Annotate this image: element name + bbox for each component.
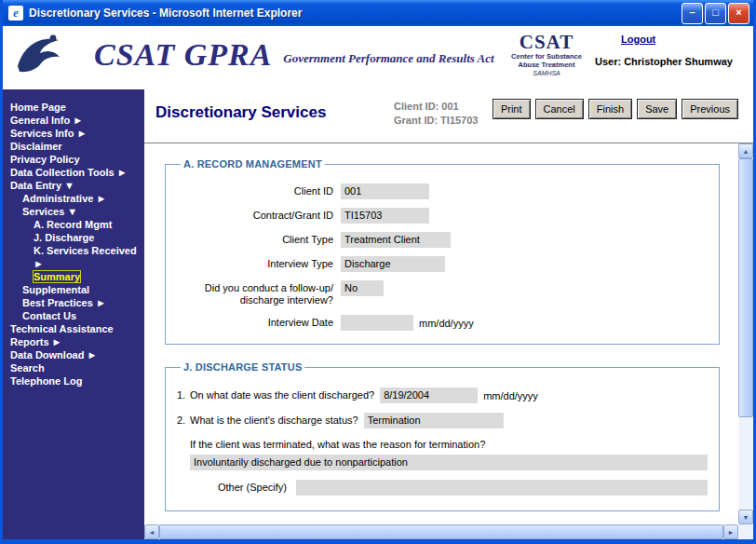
previous-button[interactable]: Previous — [682, 99, 738, 119]
sidebar-item-disclaimer[interactable]: Disclaimer — [3, 140, 144, 153]
sidebar-item-best-practices[interactable]: Best Practices ► — [3, 296, 144, 309]
sidebar-item-services[interactable]: Services ▼ — [3, 205, 144, 218]
sidebar-item-search[interactable]: Search — [3, 361, 144, 374]
sidebar-item-privacy-policy[interactable]: Privacy Policy — [3, 153, 144, 166]
app-header: CSAT GPRA Government Performance and Res… — [3, 26, 753, 90]
main-header: Discretionary Services Client ID: 001 Gr… — [144, 89, 753, 143]
action-button-row: Print Cancel Finish Save Previous — [493, 99, 738, 119]
sidebar-item-summary[interactable]: Summary — [3, 270, 144, 283]
sidebar-item-data-collection-tools[interactable]: Data Collection Tools ► — [3, 166, 144, 179]
section-j-discharge-status: J. DISCHARGE STATUS 1. On what date was … — [165, 361, 720, 511]
form-row: Did you conduct a follow-up/ discharge i… — [177, 280, 708, 306]
sidebar-nav: Home Page General Info ► Services Info ►… — [3, 89, 144, 539]
page-title: Discretionary Services — [155, 103, 326, 122]
q1-number: 1. — [177, 388, 190, 401]
followup-interview-field[interactable]: No — [341, 280, 384, 296]
form-row: Interview Type Discharge — [177, 256, 708, 272]
question-row: 2. What is the client's discharge status… — [177, 413, 708, 428]
title-bar: e Discretionary Services - Microsoft Int… — [3, 0, 753, 26]
brand-subtitle: Government Performance and Results Act — [283, 51, 493, 66]
grant-id-text: Grant ID: TI15703 — [394, 114, 478, 128]
form-row: Interview Date mm/dd/yyyy — [177, 315, 708, 331]
q2-number: 2. — [177, 413, 190, 426]
termination-reason-label: If the client was terminated, what was t… — [190, 439, 708, 450]
question-row: 1. On what date was the client discharge… — [177, 388, 708, 403]
sidebar-item-telephone-log[interactable]: Telephone Log — [3, 374, 144, 388]
other-specify-row: Other (Specify) — [218, 480, 708, 496]
save-button[interactable]: Save — [637, 99, 677, 119]
hhs-eagle-logo — [12, 31, 64, 87]
sidebar-item-home-page[interactable]: Home Page — [3, 101, 144, 114]
print-button[interactable]: Print — [493, 99, 531, 119]
interview-date-field[interactable] — [341, 315, 413, 331]
sidebar-item-a-record-mgmt[interactable]: A. Record Mgmt — [3, 218, 144, 231]
maximize-button[interactable]: □ — [705, 3, 726, 24]
client-id-field[interactable]: 001 — [341, 184, 429, 199]
q1-label: On what date was the client discharged? — [190, 388, 374, 401]
close-button[interactable]: × — [728, 3, 749, 24]
id-block: Client ID: 001 Grant ID: TI15703 — [394, 100, 478, 128]
horizontal-scroll-thumb[interactable] — [159, 524, 723, 539]
sidebar-item-general-info[interactable]: General Info ► — [3, 114, 144, 127]
sidebar-item-data-entry[interactable]: Data Entry ▼ — [3, 179, 144, 192]
window-controls: – □ × — [682, 3, 749, 24]
date-format-hint: mm/dd/yyyy — [483, 388, 538, 401]
form-content: A. RECORD MANAGEMENT Client ID 001 Contr… — [144, 143, 738, 524]
samhsa-label: SAMHSA — [504, 69, 589, 77]
form-row: Contract/Grant ID TI15703 — [177, 208, 708, 224]
body-area: Home Page General Info ► Services Info ►… — [3, 89, 753, 539]
followup-interview-label: Did you conduct a follow-up/ discharge i… — [177, 280, 341, 306]
internet-explorer-icon: e — [8, 6, 23, 20]
sidebar-item-services-info[interactable]: Services Info ► — [3, 127, 144, 140]
browser-window: e Discretionary Services - Microsoft Int… — [0, 0, 756, 544]
vertical-scroll-thumb[interactable] — [738, 158, 753, 417]
client-type-field[interactable]: Treatment Client — [341, 232, 451, 248]
csat-acronym: CSAT — [504, 32, 589, 52]
sidebar-item-supplemental[interactable]: Supplemental — [3, 283, 144, 296]
interview-type-label: Interview Type — [177, 256, 341, 270]
sidebar-item-administrative[interactable]: Administrative ► — [3, 192, 144, 205]
scroll-right-button[interactable]: ► — [723, 524, 738, 539]
form-row: Client Type Treatment Client — [177, 232, 708, 248]
contract-grant-id-field[interactable]: TI15703 — [341, 208, 429, 224]
discharge-date-field[interactable]: 8/19/2004 — [380, 388, 478, 403]
brand-wordmark: CSAT GPRA — [94, 37, 272, 73]
sidebar-item-technical-assistance[interactable]: Technical Assistance — [3, 322, 144, 335]
vertical-scrollbar[interactable]: ▲ ▼ — [738, 143, 753, 524]
client-id-text: Client ID: 001 — [394, 100, 478, 114]
logout-link[interactable]: Logout — [621, 34, 655, 45]
brand-block: CSAT GPRA Government Performance and Res… — [94, 37, 494, 73]
section-a-legend: A. RECORD MANAGEMENT — [181, 158, 325, 170]
csat-line2: Abuse Treatment — [504, 61, 589, 69]
user-name: User: Christopher Shumway — [595, 56, 744, 67]
termination-reason-field[interactable]: Involuntarily discharged due to nonparti… — [190, 455, 708, 470]
window-title: Discretionary Services - Microsoft Inter… — [29, 7, 682, 20]
interview-date-label: Interview Date — [177, 315, 341, 329]
q2-label: What is the client's discharge status? — [190, 413, 358, 426]
sidebar-item-contact-us[interactable]: Contact Us — [3, 309, 144, 322]
contract-grant-id-label: Contract/Grant ID — [177, 208, 341, 222]
date-format-hint: mm/dd/yyyy — [419, 315, 474, 329]
client-type-label: Client Type — [177, 232, 341, 246]
scroll-left-button[interactable]: ◄ — [144, 524, 159, 539]
sidebar-item-k-services-received[interactable]: K. Services Received ► — [3, 244, 144, 270]
content-frame: A. RECORD MANAGEMENT Client ID 001 Contr… — [144, 143, 753, 539]
csat-line1: Center for Substance — [504, 52, 589, 61]
other-specify-field[interactable] — [296, 480, 708, 496]
interview-type-field[interactable]: Discharge — [341, 256, 445, 272]
sidebar-item-reports[interactable]: Reports ► — [3, 335, 144, 348]
sidebar-item-j-discharge[interactable]: J. Discharge — [3, 231, 144, 244]
client-id-label: Client ID — [177, 184, 341, 197]
discharge-status-field[interactable]: Termination — [364, 413, 504, 428]
scroll-down-button[interactable]: ▼ — [738, 510, 753, 524]
user-block: Logout User: Christopher Shumway — [595, 34, 744, 67]
finish-button[interactable]: Finish — [588, 99, 632, 119]
horizontal-scrollbar[interactable]: ◄ ► — [144, 524, 738, 539]
minimize-button[interactable]: – — [682, 3, 703, 24]
other-specify-label: Other (Specify) — [218, 480, 287, 493]
sidebar-item-summary-label: Summary — [34, 271, 80, 282]
sidebar-item-data-download[interactable]: Data Download ► — [3, 348, 144, 361]
scroll-up-button[interactable]: ▲ — [738, 143, 753, 158]
cancel-button[interactable]: Cancel — [535, 99, 584, 119]
section-a-record-management: A. RECORD MANAGEMENT Client ID 001 Contr… — [165, 158, 720, 345]
